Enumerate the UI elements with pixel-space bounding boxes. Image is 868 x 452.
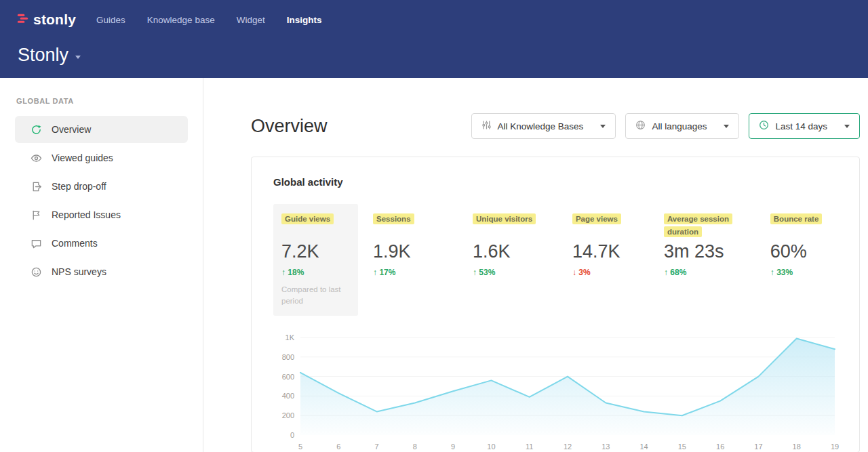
sidebar-item-overview[interactable]: Overview (15, 116, 188, 143)
svg-text:13: 13 (601, 443, 610, 451)
svg-text:16: 16 (716, 443, 724, 451)
workspace-title: Stonly (18, 45, 68, 66)
sliders-icon (481, 120, 492, 132)
sidebar-item-label: NPS surveys (52, 266, 106, 277)
metric-delta: ↑ 33% (770, 268, 829, 277)
app-header: stonly Guides Knowledge base Widget Insi… (0, 0, 868, 78)
delta-arrow-icon: ↑ (770, 268, 774, 277)
metric-average-session-duration[interactable]: Average session duration 3m 23s ↑ 68% (656, 204, 755, 285)
metric-page-views[interactable]: Page views 14.7K ↓ 3% (564, 204, 649, 285)
delta-arrow-icon: ↑ (664, 268, 668, 277)
filter-label: All Knowledge Bases (498, 121, 584, 131)
sidebar: GLOBAL DATA Overview Viewed guides (0, 78, 203, 452)
metric-value: 3m 23s (664, 241, 747, 262)
metric-unique-visitors[interactable]: Unique visitors 1.6K ↑ 53% (465, 204, 557, 285)
metrics-row: Guide views 7.2K ↑ 18% Compared to last … (273, 204, 837, 316)
sidebar-item-label: Comments (52, 238, 98, 249)
delta-arrow-icon: ↓ (572, 268, 576, 277)
metric-delta: ↑ 18% (281, 268, 350, 277)
nav-knowledge-base[interactable]: Knowledge base (147, 15, 215, 25)
metric-label: Unique visitors (473, 213, 536, 224)
metric-label: Page views (572, 213, 621, 224)
filter-knowledge-bases[interactable]: All Knowledge Bases (471, 113, 616, 139)
sidebar-item-viewed-guides[interactable]: Viewed guides (15, 144, 188, 171)
chevron-down-icon (844, 125, 850, 128)
filter-label: All languages (652, 121, 707, 131)
nav-guides[interactable]: Guides (96, 15, 125, 25)
clock-icon (759, 120, 769, 132)
svg-text:14: 14 (639, 443, 648, 451)
overview-icon (30, 123, 42, 136)
sidebar-item-label: Step drop-off (52, 181, 106, 192)
card-title: Global activity (273, 176, 837, 188)
sidebar-item-reported-issues[interactable]: Reported Issues (15, 201, 188, 228)
metric-delta: ↑ 53% (473, 268, 549, 277)
svg-text:0: 0 (290, 431, 294, 439)
svg-text:12: 12 (564, 443, 572, 451)
metric-label: Guide views (281, 213, 334, 224)
filter-bar: All Knowledge Bases All languages (471, 113, 860, 139)
chevron-down-icon (724, 125, 729, 128)
nav-widget[interactable]: Widget (237, 15, 265, 25)
sidebar-item-label: Reported Issues (52, 209, 121, 220)
metric-label: Sessions (373, 213, 414, 224)
filter-label: Last 14 days (775, 121, 827, 131)
metric-value: 1.6K (473, 241, 549, 262)
main-content: Overview All Knowledge Bases (203, 78, 868, 452)
comment-icon (30, 237, 42, 249)
sidebar-item-step-drop-off[interactable]: Step drop-off (15, 173, 188, 200)
sidebar-item-nps-surveys[interactable]: NPS surveys (15, 258, 188, 285)
svg-text:17: 17 (754, 443, 762, 451)
sidebar-item-label: Overview (52, 124, 91, 135)
svg-text:600: 600 (282, 372, 294, 380)
stonly-logo[interactable]: stonly (16, 12, 76, 28)
metric-guide-views[interactable]: Guide views 7.2K ↑ 18% Compared to last … (273, 204, 358, 316)
svg-text:8: 8 (413, 443, 417, 451)
filter-date-range[interactable]: Last 14 days (749, 113, 860, 139)
top-navigation: Guides Knowledge base Widget Insights (96, 15, 321, 25)
svg-text:18: 18 (793, 443, 801, 451)
globe-icon (635, 120, 646, 132)
stonly-logo-icon (16, 12, 29, 28)
flag-icon (30, 209, 42, 221)
svg-text:10: 10 (487, 443, 495, 451)
metric-value: 1.9K (373, 241, 450, 262)
svg-text:800: 800 (282, 352, 294, 361)
delta-arrow-icon: ↑ (473, 268, 477, 277)
global-activity-chart: 02004006008001K5678910111213141516171819 (273, 331, 837, 452)
svg-text:5: 5 (298, 443, 302, 451)
metric-value: 14.7K (572, 241, 641, 262)
svg-text:400: 400 (282, 392, 294, 400)
metric-label: Bounce rate (770, 213, 822, 224)
metric-delta: ↑ 68% (664, 268, 747, 277)
sidebar-item-label: Viewed guides (52, 152, 113, 163)
chevron-down-icon (75, 56, 81, 59)
logo-text: stonly (33, 12, 76, 28)
svg-text:200: 200 (282, 411, 294, 419)
metric-bounce-rate[interactable]: Bounce rate 60% ↑ 33% (762, 204, 837, 285)
page-title: Overview (251, 116, 328, 137)
chevron-down-icon (600, 125, 606, 128)
filter-languages[interactable]: All languages (625, 113, 739, 139)
nav-insights[interactable]: Insights (287, 15, 322, 25)
svg-text:15: 15 (678, 443, 686, 451)
svg-text:11: 11 (526, 443, 533, 451)
metric-sessions[interactable]: Sessions 1.9K ↑ 17% (365, 204, 458, 285)
metric-note: Compared to last period (281, 284, 350, 308)
delta-arrow-icon: ↑ (373, 268, 377, 277)
delta-arrow-icon: ↑ (281, 268, 285, 277)
metric-delta: ↑ 17% (373, 268, 450, 277)
eye-icon (30, 152, 42, 164)
svg-text:1K: 1K (285, 333, 295, 342)
workspace-selector[interactable]: Stonly (16, 45, 852, 66)
svg-text:19: 19 (831, 443, 839, 451)
svg-text:6: 6 (336, 443, 340, 451)
svg-text:7: 7 (375, 443, 379, 451)
metric-label: Average session duration (664, 213, 732, 237)
metric-delta: ↓ 3% (572, 268, 641, 277)
sidebar-item-comments[interactable]: Comments (15, 230, 188, 257)
global-activity-card: Global activity Guide views 7.2K ↑ 18% C… (251, 157, 860, 452)
svg-text:9: 9 (451, 443, 455, 451)
metric-value: 7.2K (281, 241, 350, 262)
step-dropoff-icon (30, 180, 42, 192)
